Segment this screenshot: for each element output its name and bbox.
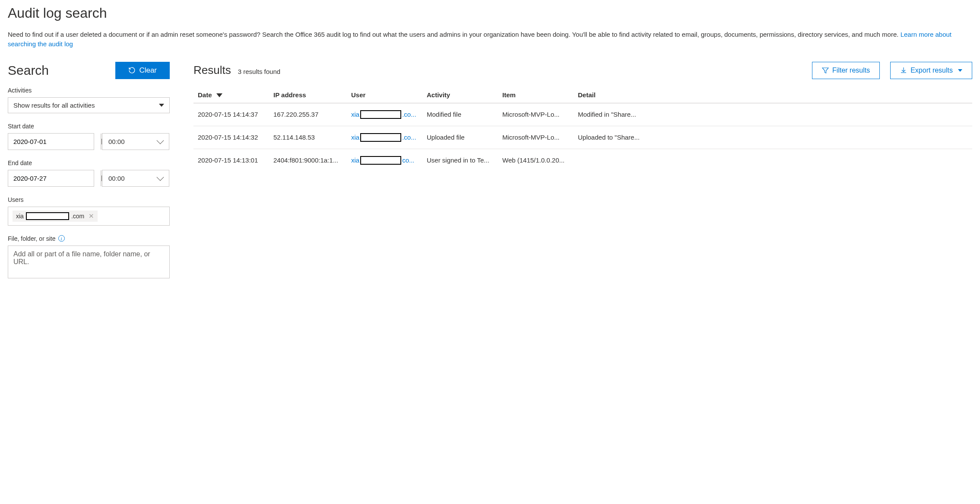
start-date-input[interactable] <box>8 134 101 150</box>
results-table: Date IP address User Activity Item Detai… <box>193 88 972 172</box>
page-title: Audit log search <box>8 5 972 21</box>
cell-item: Microsoft-MVP-Lo... <box>498 103 574 126</box>
column-date-label: Date <box>198 91 212 99</box>
export-results-label: Export results <box>910 67 953 74</box>
user-prefix: xia <box>351 134 359 141</box>
user-suffix: co... <box>402 156 414 164</box>
cell-activity: User signed in to Te... <box>422 149 498 172</box>
users-label: Users <box>8 196 170 203</box>
end-time-select[interactable]: 00:00 <box>102 170 169 187</box>
user-chip-prefix: xia <box>16 213 24 220</box>
cell-user: xia.co... <box>347 103 422 126</box>
user-prefix: xia <box>351 156 359 164</box>
redacted-block <box>26 212 69 220</box>
search-heading: Search <box>8 63 49 78</box>
redacted-block <box>360 156 401 165</box>
filter-results-label: Filter results <box>832 67 870 74</box>
user-suffix: .co... <box>402 134 416 141</box>
description-text: Need to find out if a user deleted a doc… <box>8 31 901 38</box>
cell-user: xia.co... <box>347 126 422 149</box>
cell-ip: 2404:f801:9000:1a:1... <box>269 149 347 172</box>
start-time-select[interactable]: 00:00 <box>102 133 169 150</box>
cell-item: Web (1415/1.0.0.20... <box>498 149 574 172</box>
file-input[interactable] <box>8 246 170 278</box>
cell-detail: Uploaded to "Share... <box>574 126 972 149</box>
export-results-button[interactable]: Export results <box>890 62 972 79</box>
file-label: File, folder, or site i <box>8 235 170 242</box>
activities-select[interactable]: Show results for all activities <box>8 97 170 113</box>
chevron-down-icon <box>157 137 164 144</box>
results-panel: Results 3 results found Filter results E… <box>193 62 972 172</box>
cell-user: xiaco... <box>347 149 422 172</box>
sort-desc-icon <box>216 93 222 97</box>
clear-button-label: Clear <box>139 66 157 75</box>
caret-down-icon <box>958 69 962 72</box>
redacted-block <box>360 110 401 119</box>
end-date-input[interactable] <box>8 170 101 186</box>
filter-icon <box>822 67 829 74</box>
cell-item: Microsoft-MVP-Lo... <box>498 126 574 149</box>
user-link[interactable]: xiaco... <box>351 156 415 165</box>
file-label-text: File, folder, or site <box>8 235 56 242</box>
column-ip[interactable]: IP address <box>269 88 347 103</box>
remove-chip-icon[interactable]: ✕ <box>89 212 94 220</box>
user-chip-suffix: .com <box>71 213 84 220</box>
user-link[interactable]: xia.co... <box>351 133 416 142</box>
user-prefix: xia <box>351 111 359 118</box>
page-description: Need to find out if a user deleted a doc… <box>8 30 972 49</box>
end-date-label: End date <box>8 159 170 166</box>
activities-label: Activities <box>8 87 170 94</box>
cell-detail <box>574 149 972 172</box>
chevron-down-icon <box>157 174 164 181</box>
activities-value: Show results for all activities <box>13 102 95 109</box>
end-time-value: 00:00 <box>108 175 125 182</box>
caret-down-icon <box>159 104 164 107</box>
start-date-label: Start date <box>8 123 170 130</box>
column-date[interactable]: Date <box>193 88 269 103</box>
cell-date: 2020-07-15 14:14:37 <box>193 103 269 126</box>
cell-activity: Modified file <box>422 103 498 126</box>
filter-results-button[interactable]: Filter results <box>812 62 880 79</box>
table-row[interactable]: 2020-07-15 14:13:012404:f801:9000:1a:1..… <box>193 149 972 172</box>
cell-activity: Uploaded file <box>422 126 498 149</box>
user-suffix: .co... <box>402 111 416 118</box>
user-chip[interactable]: xia .com ✕ <box>13 211 98 222</box>
column-activity[interactable]: Activity <box>422 88 498 103</box>
start-time-value: 00:00 <box>108 138 125 145</box>
results-heading: Results <box>193 64 231 77</box>
table-row[interactable]: 2020-07-15 14:14:3252.114.148.53xia.co..… <box>193 126 972 149</box>
cell-ip: 167.220.255.37 <box>269 103 347 126</box>
column-detail[interactable]: Detail <box>574 88 972 103</box>
undo-icon <box>128 67 136 74</box>
user-link[interactable]: xia.co... <box>351 110 416 119</box>
users-input[interactable]: xia .com ✕ <box>8 207 170 226</box>
cell-detail: Modified in "Share... <box>574 103 972 126</box>
search-panel: Search Clear Activities Show results for… <box>8 62 170 290</box>
info-icon[interactable]: i <box>58 235 65 242</box>
cell-ip: 52.114.148.53 <box>269 126 347 149</box>
download-icon <box>900 67 907 74</box>
cell-date: 2020-07-15 14:13:01 <box>193 149 269 172</box>
column-user[interactable]: User <box>347 88 422 103</box>
column-item[interactable]: Item <box>498 88 574 103</box>
table-row[interactable]: 2020-07-15 14:14:37167.220.255.37xia.co.… <box>193 103 972 126</box>
cell-date: 2020-07-15 14:14:32 <box>193 126 269 149</box>
redacted-block <box>360 133 401 142</box>
clear-button[interactable]: Clear <box>115 62 170 79</box>
results-count: 3 results found <box>238 68 280 75</box>
